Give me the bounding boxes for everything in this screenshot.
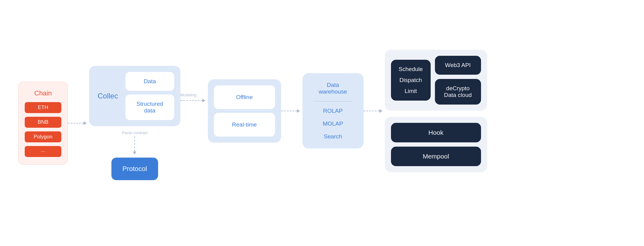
collect-inner-stack: Data Structureddata xyxy=(125,72,174,120)
dashed-vertical xyxy=(134,136,135,152)
schedule-label: Schedule xyxy=(399,66,423,73)
arrowhead-4 xyxy=(379,109,382,113)
modeling-label: Modeling xyxy=(180,93,197,97)
structured-data-card: Structureddata xyxy=(125,94,174,120)
parse-label: Parse contract xyxy=(122,130,147,135)
mempool-label: Mempool xyxy=(423,153,449,160)
arrowhead-down xyxy=(133,152,136,155)
collect-label: Collec xyxy=(95,92,121,100)
chain-badge-eth: ETH xyxy=(25,102,61,113)
web3-api-label: Web3 API xyxy=(445,62,471,68)
chain-badge-more: ··· xyxy=(25,146,61,157)
arrowhead-3 xyxy=(297,109,300,113)
chain-title: Chain xyxy=(34,89,52,97)
dw-molap: MOLAP xyxy=(323,118,343,130)
protocol-box: Protocol xyxy=(111,158,158,180)
dashed-line-2 xyxy=(180,100,202,101)
dw-search: Search xyxy=(324,131,342,142)
hook-card: Hook xyxy=(391,123,481,142)
hook-label: Hook xyxy=(429,129,443,136)
offline-card: Offline xyxy=(214,85,275,109)
chain-badge-polygon: Polygon xyxy=(25,131,61,142)
collect-outer: Collec Data Structureddata xyxy=(89,66,180,126)
arrow-dw-to-right xyxy=(364,109,385,113)
dw-box: Datawarehouse ROLAP MOLAP Search xyxy=(302,73,364,148)
right-panel-top: Schedule Dispatch Limit Web3 API deCrypt… xyxy=(385,50,487,111)
dw-rolap: ROLAP xyxy=(323,105,342,117)
diagram: Chain ETH BNB Polygon ··· Collec Data St… xyxy=(0,0,644,246)
arrow-chain-to-collect xyxy=(68,121,89,125)
collect-section: Collec Data Structureddata Parse contrac… xyxy=(89,66,180,180)
right-col2: Web3 API deCryptoData cloud xyxy=(435,56,481,105)
dispatch-label: Dispatch xyxy=(400,77,422,84)
web3-api-card: Web3 API xyxy=(435,56,481,75)
right-sections: Schedule Dispatch Limit Web3 API deCrypt… xyxy=(385,50,487,172)
dashed-line-4 xyxy=(364,111,379,111)
dw-divider xyxy=(313,101,353,102)
data-card: Data xyxy=(125,72,174,91)
decrypto-label: deCryptoData cloud xyxy=(444,85,472,98)
mempool-card: Mempool xyxy=(391,147,481,166)
realtime-card: Real-time xyxy=(214,113,275,137)
dw-title: Datawarehouse xyxy=(319,79,347,98)
arrowhead-1 xyxy=(84,121,87,125)
dashed-line-3 xyxy=(281,111,297,111)
limit-label: Limit xyxy=(405,88,417,94)
decrypto-card: deCryptoData cloud xyxy=(435,79,481,105)
arrowhead-2 xyxy=(202,99,205,102)
offline-outer: Offline Real-time xyxy=(208,79,281,143)
dashed-line-1 xyxy=(68,123,84,123)
arrow-offline-to-dw xyxy=(281,109,302,113)
schedule-dispatch-limit-card: Schedule Dispatch Limit xyxy=(391,60,431,101)
chain-badge-bnb: BNB xyxy=(25,117,61,128)
right-panel-bottom: Hook Mempool xyxy=(385,117,487,172)
parse-arrow: Parse contract Protocol xyxy=(111,126,158,180)
chain-box: Chain ETH BNB Polygon ··· xyxy=(18,82,68,165)
